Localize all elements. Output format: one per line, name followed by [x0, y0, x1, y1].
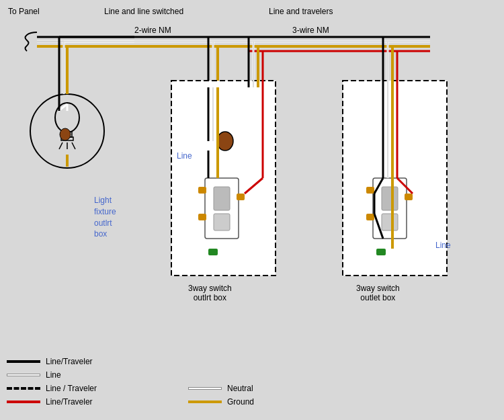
- switch1-line-label: Line: [177, 151, 192, 161]
- legend-label-ground: Ground: [227, 397, 254, 407]
- switch1-box-label: 3way switchoutlrt box: [188, 284, 232, 302]
- svg-line-4: [59, 142, 62, 149]
- legend-label-neutral: Neutral: [227, 384, 253, 393]
- svg-rect-56: [382, 187, 398, 210]
- legend-label-red: Line/Traveler: [46, 397, 93, 407]
- wire-2nm-label: 2-wire NM: [134, 26, 171, 35]
- legend-item-black: Line/Traveler: [7, 357, 97, 366]
- legend-item-neutral: Neutral: [188, 384, 254, 393]
- svg-rect-59: [366, 187, 374, 194]
- switch2-box-label: 3way switchoutlet box: [356, 284, 400, 302]
- legend-line-red: [7, 401, 40, 403]
- legend-line-ground: [188, 401, 222, 403]
- legend-item-white: Line: [7, 370, 97, 380]
- svg-rect-58: [376, 249, 386, 255]
- legend-label-dashed: Line / Traveler: [46, 384, 97, 393]
- line-travelers-label: Line and travelers: [269, 7, 333, 16]
- legend-line-white: [7, 374, 40, 376]
- svg-rect-30: [214, 187, 230, 210]
- line-switched-label: Line and line switched: [104, 7, 183, 16]
- diagram-container: To Panel Line and line switched Line and…: [0, 0, 504, 420]
- legend-label-black: Line/Traveler: [46, 357, 93, 366]
- legend: Line/Traveler Line Line / Traveler Line/…: [7, 357, 97, 407]
- legend-line-dashed: [7, 387, 40, 390]
- svg-rect-40: [198, 214, 206, 220]
- wire-3nm-label: 3-wire NM: [292, 26, 329, 35]
- svg-point-11: [60, 128, 71, 140]
- svg-line-6: [72, 142, 75, 149]
- legend-item-red: Line/Traveler: [7, 397, 97, 407]
- legend-neutral-ground: Neutral Ground: [188, 384, 254, 407]
- to-panel-label: To Panel: [8, 7, 40, 16]
- svg-rect-41: [237, 194, 245, 200]
- light-fixture-label: Lightfixtureoutlrtbox: [94, 195, 116, 240]
- switch2-line-label: Line: [435, 241, 451, 250]
- legend-label-white: Line: [46, 370, 61, 380]
- svg-rect-31: [214, 214, 230, 230]
- svg-rect-61: [405, 194, 413, 200]
- svg-rect-60: [366, 214, 374, 220]
- svg-rect-32: [208, 249, 218, 255]
- svg-rect-57: [382, 214, 398, 230]
- legend-line-neutral: [188, 387, 222, 390]
- svg-point-33: [217, 132, 233, 151]
- legend-line-black: [7, 360, 40, 363]
- legend-item-dashed: Line / Traveler: [7, 384, 97, 393]
- svg-rect-39: [198, 187, 206, 194]
- legend-item-ground: Ground: [188, 397, 254, 407]
